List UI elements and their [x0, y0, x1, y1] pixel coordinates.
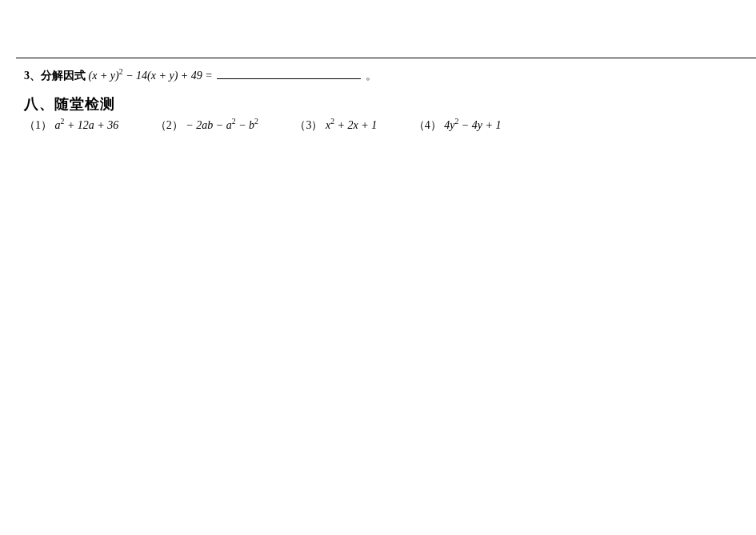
- subproblem-1: （1） a2 + 12a + 36: [24, 118, 118, 133]
- subproblem-3: （3） x2 + 2x + 1: [294, 118, 377, 133]
- subproblem-2-expr: − 2ab − a2 − b2: [186, 119, 258, 131]
- section-heading: 八、随堂检测: [24, 94, 740, 114]
- subproblem-4-expr: 4y2 − 4y + 1: [444, 119, 501, 131]
- subproblem-1-expr: a2 + 12a + 36: [55, 119, 119, 131]
- horizontal-divider-top: [16, 58, 756, 58]
- subproblem-2-label: （2）: [155, 119, 183, 131]
- problem-3-label: 分解因式: [41, 70, 86, 82]
- subproblem-1-label: （1）: [24, 119, 52, 131]
- subproblem-4-label: （4）: [414, 119, 442, 131]
- subproblem-3-label: （3）: [294, 119, 322, 131]
- problem-3-sep: 、: [30, 70, 41, 82]
- subproblem-4: （4） 4y2 − 4y + 1: [414, 118, 502, 133]
- subproblem-3-expr: x2 + 2x + 1: [326, 119, 377, 131]
- answer-blank[interactable]: [217, 67, 361, 79]
- problem-3-tail: 。: [366, 70, 377, 82]
- problem-3-number: 3: [24, 70, 30, 82]
- problem-3: 3、分解因式 (x + y)2 − 14(x + y) + 49 = 。: [24, 67, 740, 85]
- subproblems-row: （1） a2 + 12a + 36 （2） − 2ab − a2 − b2 （3…: [24, 118, 740, 133]
- problem-3-expr: (x + y)2 − 14(x + y) + 49 =: [89, 70, 213, 82]
- subproblem-2: （2） − 2ab − a2 − b2: [155, 118, 258, 133]
- page-container: 3、分解因式 (x + y)2 − 14(x + y) + 49 = 。 八、随…: [0, 0, 756, 535]
